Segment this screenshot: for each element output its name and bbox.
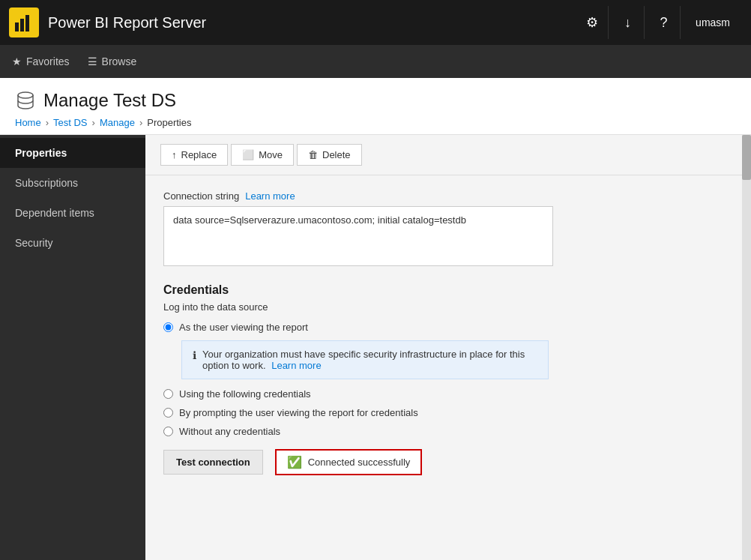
breadcrumb-current: Properties [147, 117, 191, 128]
favorites-label: Favorites [26, 55, 70, 67]
delete-icon: 🗑 [308, 149, 318, 160]
topbar-icons: ⚙ ↓ ? umasm [576, 6, 742, 39]
browse-nav-item[interactable]: ☰ Browse [88, 55, 137, 67]
credentials-subtext: Log into the data source [163, 301, 733, 313]
topbar: Power BI Report Server ⚙ ↓ ? umasm [0, 0, 751, 45]
breadcrumb-sep-2: › [92, 117, 95, 128]
radio-no-credentials-label: Without any credentials [179, 426, 280, 437]
radio-no-credentials[interactable]: Without any credentials [163, 426, 733, 437]
breadcrumb-sep-3: › [139, 117, 142, 128]
page-title: Manage Test DS [43, 90, 176, 111]
favorites-nav-item[interactable]: ★ Favorites [12, 55, 70, 67]
info-icon: ℹ [193, 349, 196, 361]
star-icon: ★ [12, 55, 22, 67]
radio-prompt-credentials-input[interactable] [163, 408, 173, 418]
connection-string-input[interactable]: data source=Sqlserverazure.umacontoso.co… [163, 206, 553, 266]
download-button[interactable]: ↓ [612, 6, 645, 39]
test-connection-row: Test connection ✅ Connected successfully [163, 449, 733, 475]
radio-no-credentials-input[interactable] [163, 427, 173, 436]
svg-rect-1 [20, 19, 24, 31]
delete-button[interactable]: 🗑 Delete [297, 144, 362, 166]
app-logo [9, 7, 39, 37]
sidebar-item-properties[interactable]: Properties [0, 138, 145, 168]
info-box: ℹ Your organization must have specific s… [181, 340, 549, 379]
move-button[interactable]: ⬜ Move [231, 144, 294, 166]
sidebar: Properties Subscriptions Dependent items… [0, 135, 145, 560]
browse-icon: ☰ [88, 55, 97, 67]
sidebar-item-dependent-items[interactable]: Dependent items [0, 198, 145, 228]
radio-as-user-label: As the user viewing the report [179, 322, 308, 333]
scrollbar[interactable] [742, 135, 751, 560]
content-inner: Connection string Learn more data source… [145, 175, 751, 490]
help-button[interactable]: ? [648, 6, 681, 39]
main-layout: Properties Subscriptions Dependent items… [0, 135, 751, 560]
user-name: umasm [684, 16, 742, 28]
credentials-heading: Credentials [163, 283, 733, 297]
info-text: Your organization must have specific sec… [202, 349, 537, 371]
breadcrumb-sep-1: › [46, 117, 49, 128]
svg-point-3 [18, 92, 33, 98]
radio-using-credentials-label: Using the following credentials [179, 388, 311, 400]
page-title-row: Manage Test DS [15, 90, 736, 111]
breadcrumb-ds[interactable]: Test DS [53, 117, 88, 128]
success-text: Connected successfully [308, 457, 411, 468]
datasource-icon [15, 90, 36, 111]
replace-button[interactable]: ↑ Replace [160, 144, 228, 166]
radio-as-user-input[interactable] [163, 322, 173, 332]
radio-prompt-credentials[interactable]: By prompting the user viewing the report… [163, 407, 733, 418]
page-header: Manage Test DS Home › Test DS › Manage ›… [0, 78, 751, 135]
connection-string-label: Connection string Learn more [163, 190, 733, 202]
scrollbar-thumb[interactable] [742, 135, 751, 180]
breadcrumb-manage[interactable]: Manage [100, 117, 135, 128]
svg-rect-2 [25, 15, 29, 31]
sidebar-item-subscriptions[interactable]: Subscriptions [0, 168, 145, 198]
test-connection-button[interactable]: Test connection [163, 450, 263, 475]
content-area: ↑ Replace ⬜ Move 🗑 Delete Connection str… [145, 135, 751, 560]
radio-using-credentials[interactable]: Using the following credentials [163, 388, 733, 400]
breadcrumb-home[interactable]: Home [15, 117, 41, 128]
breadcrumb: Home › Test DS › Manage › Properties [15, 117, 736, 128]
replace-icon: ↑ [172, 149, 177, 160]
browse-label: Browse [102, 55, 137, 67]
toolbar: ↑ Replace ⬜ Move 🗑 Delete [145, 135, 751, 175]
navbar: ★ Favorites ☰ Browse [0, 45, 751, 78]
app-title: Power BI Report Server [48, 14, 567, 31]
move-icon: ⬜ [242, 149, 254, 160]
svg-rect-0 [15, 22, 19, 31]
connection-success-badge: ✅ Connected successfully [275, 449, 423, 475]
sidebar-item-security[interactable]: Security [0, 228, 145, 258]
radio-prompt-credentials-label: By prompting the user viewing the report… [179, 407, 418, 418]
radio-using-credentials-input[interactable] [163, 389, 173, 399]
info-learn-more-link[interactable]: Learn more [271, 360, 321, 371]
connection-learn-more-link[interactable]: Learn more [245, 190, 295, 202]
radio-as-user[interactable]: As the user viewing the report [163, 322, 733, 333]
settings-button[interactable]: ⚙ [576, 6, 609, 39]
success-icon: ✅ [287, 455, 302, 469]
